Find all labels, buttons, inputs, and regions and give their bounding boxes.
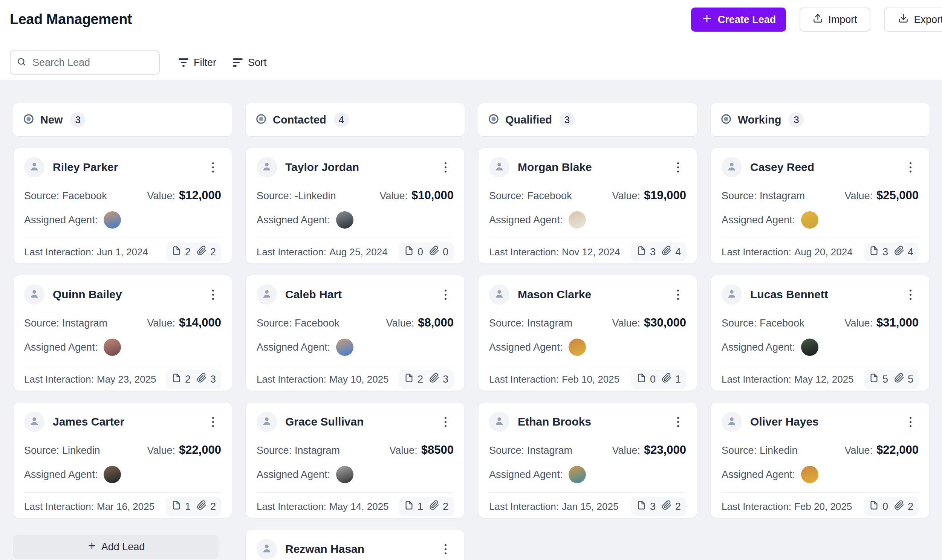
column-count-badge: 4 bbox=[334, 112, 349, 127]
card-divider bbox=[722, 238, 919, 238]
kebab-menu-button[interactable] bbox=[205, 159, 221, 175]
lead-card[interactable]: Riley Parker Source:Facebook Value:$12,0… bbox=[13, 148, 232, 264]
kebab-menu-button[interactable] bbox=[669, 286, 686, 303]
card-divider bbox=[489, 492, 686, 492]
kebab-menu-button[interactable] bbox=[437, 286, 454, 303]
lead-avatar bbox=[722, 284, 742, 305]
kebab-menu-button[interactable] bbox=[437, 159, 454, 175]
sort-button[interactable]: Sort bbox=[231, 51, 269, 75]
kebab-menu-button[interactable] bbox=[902, 159, 919, 175]
lead-card[interactable]: Taylor Jordan Source:-Linkedin Value:$10… bbox=[246, 148, 465, 264]
last-interaction-date: Jan 15, 2025 bbox=[562, 501, 618, 512]
file-icon bbox=[171, 373, 182, 386]
column-header: New 3 bbox=[13, 103, 232, 136]
value-label: Value: bbox=[612, 190, 640, 202]
last-interaction-date: May 14, 2025 bbox=[329, 501, 389, 512]
lead-card[interactable]: Lucas Bennett Source:Facebook Value:$31,… bbox=[711, 275, 930, 391]
kebab-menu-button[interactable] bbox=[902, 286, 919, 303]
lead-avatar bbox=[257, 157, 277, 177]
person-icon bbox=[493, 288, 505, 301]
source-value-row: Source:Linkedin Value:$22,000 bbox=[24, 443, 221, 457]
lead-card-header: Grace Sullivan bbox=[257, 412, 454, 432]
download-icon bbox=[898, 13, 908, 26]
last-interaction-date: Feb 20, 2025 bbox=[794, 501, 852, 512]
lead-card[interactable]: Mason Clarke Source:Instagram Value:$30,… bbox=[478, 275, 697, 391]
card-footer: Last Interaction:Jun 1, 2024 2 2 bbox=[24, 243, 221, 262]
target-icon bbox=[256, 113, 267, 126]
card-divider bbox=[489, 365, 686, 365]
lead-avatar bbox=[257, 412, 277, 432]
filter-label: Filter bbox=[194, 57, 216, 69]
import-button[interactable]: Import bbox=[800, 8, 870, 32]
filter-icon bbox=[179, 58, 188, 67]
agent-avatar bbox=[801, 466, 819, 483]
last-interaction-label: Last Interaction: bbox=[722, 246, 791, 258]
agent-avatar bbox=[103, 466, 121, 483]
paperclip-icon bbox=[661, 246, 672, 258]
add-lead-button[interactable]: Add Lead bbox=[13, 535, 219, 559]
lead-card[interactable]: Grace Sullivan Source:Instagram Value:$8… bbox=[246, 402, 465, 518]
lead-card[interactable]: Caleb Hart Source:Facebook Value:$8,000 … bbox=[246, 275, 465, 391]
source-label: Source: bbox=[24, 317, 59, 329]
import-label: Import bbox=[828, 14, 857, 26]
lead-avatar bbox=[722, 157, 742, 177]
value-label: Value: bbox=[612, 445, 640, 456]
value-label: Value: bbox=[147, 445, 175, 456]
value-amount: $30,000 bbox=[644, 316, 686, 329]
source-label: Source: bbox=[257, 445, 291, 456]
footer-meta-pill: 1 2 bbox=[166, 497, 221, 516]
lead-card[interactable]: James Carter Source:Linkedin Value:$22,0… bbox=[13, 402, 232, 518]
file-icon bbox=[171, 500, 182, 513]
search-input[interactable] bbox=[32, 57, 146, 69]
person-icon bbox=[261, 415, 273, 428]
value-text: Value:$30,000 bbox=[612, 316, 686, 329]
last-interaction-date: Feb 10, 2025 bbox=[562, 374, 620, 385]
lead-card[interactable]: Morgan Blake Source:Facebook Value:$19,0… bbox=[478, 148, 697, 264]
file-icon bbox=[869, 246, 879, 258]
column-title: Qualified bbox=[505, 114, 552, 126]
column-count-badge: 3 bbox=[71, 112, 86, 127]
paperclip-icon bbox=[429, 500, 439, 513]
source-text: Source:Instagram bbox=[257, 445, 340, 457]
last-interaction-date: Mar 16, 2025 bbox=[97, 501, 154, 512]
source-label: Source: bbox=[257, 317, 291, 329]
value-label: Value: bbox=[386, 317, 415, 329]
last-interaction-label: Last Interaction: bbox=[257, 246, 326, 258]
lead-card[interactable]: Rezwan Hasan Source: Value: Assigned Age… bbox=[246, 529, 465, 560]
agent-label: Assigned Agent: bbox=[489, 214, 563, 226]
card-footer: Last Interaction:May 14, 2025 1 2 bbox=[257, 497, 454, 516]
lead-card[interactable]: Casey Reed Source:Instagram Value:$25,00… bbox=[711, 148, 930, 264]
kebab-menu-button[interactable] bbox=[669, 159, 686, 175]
paperclip-icon bbox=[894, 373, 904, 386]
page-title: Lead Management bbox=[10, 11, 132, 28]
attachments-count: 0 bbox=[443, 246, 449, 258]
card-footer: Last Interaction:Feb 20, 2025 0 2 bbox=[722, 497, 919, 516]
kebab-menu-button[interactable] bbox=[437, 541, 454, 557]
export-button[interactable]: Export bbox=[884, 8, 942, 32]
kebab-menu-button[interactable] bbox=[902, 414, 919, 430]
agent-label: Assigned Agent: bbox=[257, 214, 330, 226]
value-text: Value:$23,000 bbox=[612, 443, 686, 457]
last-interaction-label: Last Interaction: bbox=[24, 246, 94, 258]
docs-count: 1 bbox=[418, 501, 423, 512]
source-value: Instagram bbox=[527, 317, 572, 329]
create-lead-button[interactable]: Create Lead bbox=[691, 8, 786, 32]
lead-card[interactable]: Ethan Brooks Source:Instagram Value:$23,… bbox=[478, 402, 697, 518]
agent-row: Assigned Agent: bbox=[489, 466, 686, 483]
lead-card[interactable]: Oliver Hayes Source:Linkedin Value:$22,0… bbox=[711, 402, 930, 518]
attachments-count: 2 bbox=[675, 501, 681, 512]
lead-card-header: James Carter bbox=[24, 412, 221, 432]
lead-card[interactable]: Quinn Bailey Source:Instagram Value:$14,… bbox=[13, 275, 232, 391]
source-value-row: Source:Facebook Value:$19,000 bbox=[489, 189, 686, 202]
filter-button[interactable]: Filter bbox=[176, 51, 219, 75]
card-footer: Last Interaction:Feb 10, 2025 0 1 bbox=[489, 370, 686, 389]
kebab-menu-button[interactable] bbox=[205, 286, 221, 303]
source-value: Instagram bbox=[760, 190, 805, 202]
source-value: Instagram bbox=[294, 445, 340, 456]
card-divider bbox=[257, 238, 454, 238]
agent-label: Assigned Agent: bbox=[489, 342, 563, 353]
last-interaction-label: Last Interaction: bbox=[257, 501, 326, 512]
kebab-menu-button[interactable] bbox=[437, 414, 454, 430]
kebab-menu-button[interactable] bbox=[205, 414, 221, 430]
kebab-menu-button[interactable] bbox=[669, 414, 686, 430]
